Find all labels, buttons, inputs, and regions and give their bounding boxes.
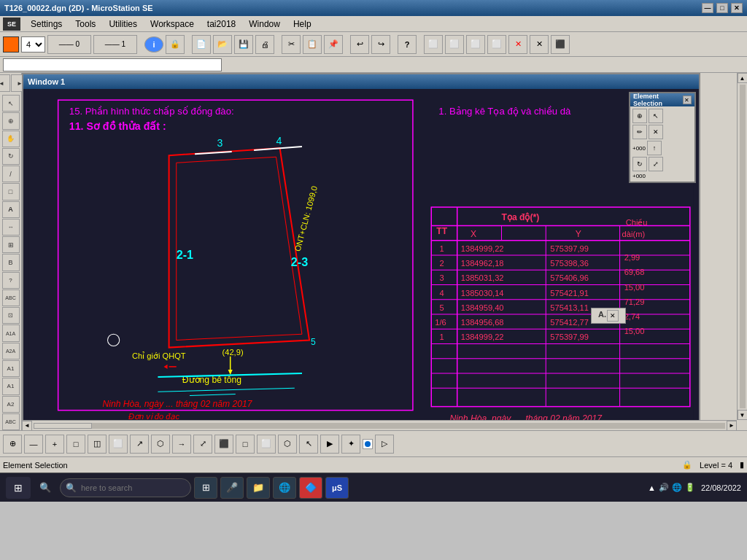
line-type-select[interactable]: —— 0: [47, 35, 91, 54]
layer-select[interactable]: 4: [21, 36, 45, 52]
menu-window[interactable]: Window: [243, 18, 286, 31]
taskbar-microstation[interactable]: μS: [325, 477, 349, 499]
small-panel-close[interactable]: ✕: [607, 310, 619, 322]
label-a2[interactable]: A2: [2, 396, 20, 413]
line-weight-select[interactable]: —— 1: [93, 35, 137, 54]
extend-btn[interactable]: ⤢: [193, 435, 212, 454]
command-input[interactable]: [3, 58, 222, 71]
zoom-tool[interactable]: ⊕: [2, 112, 20, 129]
save-button[interactable]: 💾: [234, 35, 253, 54]
label-a2a[interactable]: A2A: [2, 343, 20, 359]
view-btn-7[interactable]: ⬛: [551, 35, 570, 54]
close-button[interactable]: ✕: [731, 3, 743, 13]
move-btn[interactable]: →: [172, 435, 191, 454]
taskbar-folder[interactable]: 📁: [247, 477, 270, 499]
undo-button[interactable]: ↩: [350, 35, 369, 54]
triangle-btn[interactable]: ▷: [375, 435, 394, 454]
info-button[interactable]: i: [144, 36, 163, 52]
select-tool[interactable]: ↖: [2, 95, 20, 112]
label-a1[interactable]: A1: [2, 360, 20, 377]
view-btn-4[interactable]: ⬜: [487, 35, 506, 54]
panel-btn-x[interactable]: ✕: [649, 125, 663, 139]
view-btn-1[interactable]: ⬜: [424, 35, 443, 54]
arrow-btn2[interactable]: ↖: [299, 435, 318, 454]
menu-settings[interactable]: Settings: [25, 18, 68, 31]
menu-tai2018[interactable]: tai2018: [201, 18, 241, 31]
zoom-reset-btn[interactable]: +: [45, 435, 64, 454]
taskbar-chrome[interactable]: 🌐: [273, 477, 296, 499]
view4-btn[interactable]: ⬜: [257, 435, 276, 454]
text-tool[interactable]: A: [2, 201, 20, 218]
fit-btn[interactable]: □: [66, 435, 85, 454]
left-arrow-btn[interactable]: ◄: [0, 74, 10, 92]
scroll-up-btn[interactable]: ▲: [738, 73, 748, 83]
view-btn-6[interactable]: ✕: [530, 35, 549, 54]
menu-tools[interactable]: Tools: [69, 18, 101, 31]
menu-help[interactable]: Help: [287, 18, 317, 31]
panel-btn-up[interactable]: ↑: [647, 141, 662, 155]
help-button[interactable]: ?: [398, 35, 417, 54]
play-btn[interactable]: ▶: [320, 435, 339, 454]
taskbar-mic[interactable]: 🎤: [220, 477, 244, 499]
measure-btn2[interactable]: ↗: [130, 435, 149, 454]
scroll-right-btn[interactable]: ►: [727, 421, 737, 431]
panel-btn-scale[interactable]: ⤢: [649, 157, 663, 171]
view-btn-2[interactable]: ⬜: [445, 35, 464, 54]
panel-btn-edit[interactable]: ✏: [632, 125, 647, 139]
v-scroll-track[interactable]: [740, 85, 746, 408]
panel-btn-magnify[interactable]: ⊕: [632, 109, 647, 123]
color-swatch[interactable]: [3, 36, 19, 52]
ref-tool[interactable]: ⊡: [2, 307, 20, 324]
paste-button[interactable]: 📌: [324, 35, 343, 54]
draw-btn[interactable]: ⬡: [151, 435, 170, 454]
h-scrollbar[interactable]: ◄ ►: [22, 420, 737, 430]
panel-close-button[interactable]: ✕: [683, 96, 692, 104]
scroll-left-btn[interactable]: ◄: [22, 421, 32, 431]
taskbar-app1[interactable]: 🔷: [299, 477, 322, 499]
menu-utilities[interactable]: Utilities: [103, 18, 143, 31]
pan-tool[interactable]: ✋: [2, 131, 20, 147]
panel-btn-rotate[interactable]: ↻: [632, 157, 647, 171]
start-button[interactable]: ⊞: [6, 477, 31, 499]
zoom-out-btn[interactable]: —: [24, 435, 43, 454]
hex-btn[interactable]: ⬡: [278, 435, 297, 454]
systray-speaker[interactable]: 🔊: [659, 483, 669, 492]
systray-network[interactable]: 🌐: [672, 483, 682, 492]
zoom-in-btn[interactable]: ⊕: [3, 435, 22, 454]
measure-tool[interactable]: ?: [2, 272, 20, 289]
taskbar-apps[interactable]: ⊞: [194, 477, 217, 499]
rotate-tool[interactable]: ↻: [2, 148, 20, 165]
label-b[interactable]: B: [2, 254, 20, 271]
cut-button[interactable]: ✂: [282, 35, 301, 54]
maximize-button[interactable]: □: [716, 3, 728, 13]
task-search-btn[interactable]: 🔍: [34, 477, 57, 499]
print-button[interactable]: 🖨: [255, 35, 274, 54]
app-icon[interactable]: SE: [3, 18, 20, 31]
view-area-btn[interactable]: ◫: [88, 435, 107, 454]
systray-arrow[interactable]: ▲: [648, 483, 656, 492]
line-tool[interactable]: /: [2, 166, 20, 182]
label-abc[interactable]: ABC: [2, 289, 20, 306]
h-scroll-track[interactable]: [34, 423, 725, 429]
label-a1a[interactable]: A1A: [2, 324, 20, 341]
v-scrollbar[interactable]: ▲ ▼: [737, 73, 747, 420]
scroll-down-btn[interactable]: ▼: [738, 410, 748, 420]
fill-btn[interactable]: ⬛: [214, 435, 233, 454]
new-button[interactable]: 📄: [192, 35, 211, 54]
dim-tool[interactable]: ↔: [2, 219, 20, 236]
view3-btn[interactable]: ⬜: [109, 435, 128, 454]
copy-button[interactable]: 📋: [303, 35, 322, 54]
rect-tool[interactable]: □: [2, 183, 20, 200]
redo-button[interactable]: ↪: [371, 35, 390, 54]
star-btn[interactable]: ✦: [341, 435, 360, 454]
menu-workspace[interactable]: Workspace: [144, 18, 200, 31]
label-a1-2[interactable]: A1: [2, 378, 20, 394]
hatch-tool[interactable]: ⊞: [2, 236, 20, 253]
drawing-canvas[interactable]: 15. Phần hình thức chấp số đồng đào: 11.…: [23, 89, 699, 429]
systray-battery[interactable]: 🔋: [685, 483, 695, 492]
view-btn-3[interactable]: ⬜: [466, 35, 485, 54]
minimize-button[interactable]: —: [702, 3, 713, 13]
search-input[interactable]: [60, 478, 191, 497]
rect2-btn[interactable]: □: [236, 435, 255, 454]
view-btn-5[interactable]: ✕: [508, 35, 527, 54]
